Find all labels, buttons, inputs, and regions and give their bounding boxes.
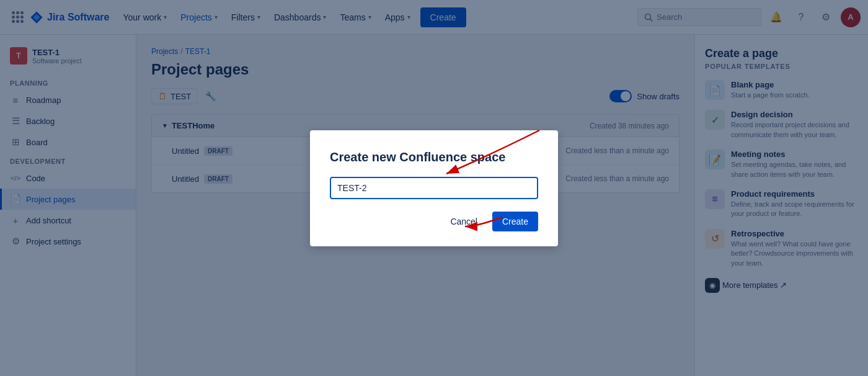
modal-actions: Cancel Create bbox=[330, 212, 538, 231]
create-confluence-space-modal: Create new Confluence space Cancel Creat… bbox=[310, 130, 558, 246]
create-button[interactable]: Create bbox=[492, 212, 538, 231]
modal-title: Create new Confluence space bbox=[330, 150, 538, 164]
modal-overlay[interactable]: Create new Confluence space Cancel Creat… bbox=[0, 0, 868, 376]
space-name-input[interactable] bbox=[330, 177, 538, 199]
cancel-button[interactable]: Cancel bbox=[440, 212, 487, 231]
